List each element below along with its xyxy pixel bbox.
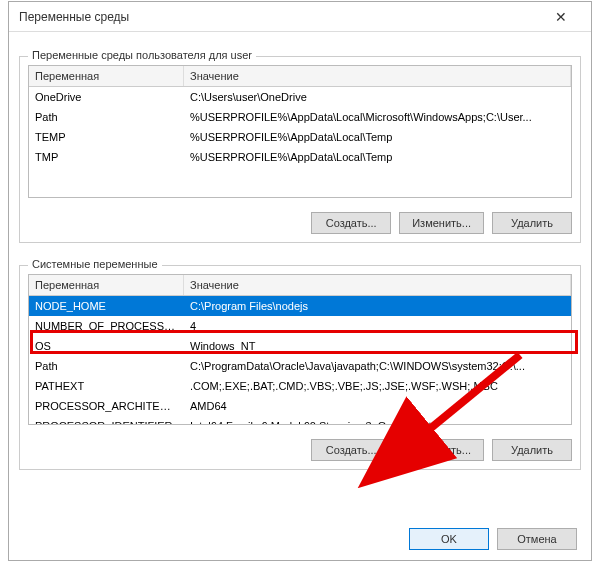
user-delete-button[interactable]: Удалить	[492, 212, 572, 234]
table-row[interactable]: Path C:\ProgramData\Oracle\Java\javapath…	[29, 356, 571, 376]
table-row[interactable]: Path %USERPROFILE%\AppData\Local\Microso…	[29, 107, 571, 127]
table-row[interactable]: PATHEXT .COM;.EXE;.BAT;.CMD;.VBS;.VBE;.J…	[29, 376, 571, 396]
system-vars-group: Системные переменные Переменная Значение…	[19, 265, 581, 470]
table-header: Переменная Значение	[29, 66, 571, 87]
user-edit-button[interactable]: Изменить...	[399, 212, 484, 234]
col-header-value[interactable]: Значение	[184, 275, 571, 295]
env-vars-dialog: Переменные среды ✕ Переменные среды поль…	[8, 1, 592, 561]
user-vars-group: Переменные среды пользователя для user П…	[19, 56, 581, 243]
table-row[interactable]: PROCESSOR_IDENTIFIER Intel64 Family 6 Mo…	[29, 416, 571, 424]
system-edit-button[interactable]: Изменить...	[399, 439, 484, 461]
system-create-button[interactable]: Создать...	[311, 439, 391, 461]
titlebar: Переменные среды ✕	[9, 2, 591, 32]
cancel-button[interactable]: Отмена	[497, 528, 577, 550]
window-title: Переменные среды	[19, 10, 129, 24]
table-row[interactable]: NODE_HOME C:\Program Files\nodejs	[29, 296, 571, 316]
table-row[interactable]: PROCESSOR_ARCHITECTURE AMD64	[29, 396, 571, 416]
col-header-name[interactable]: Переменная	[29, 66, 184, 86]
user-vars-table[interactable]: Переменная Значение OneDrive C:\Users\us…	[28, 65, 572, 198]
table-row[interactable]: TMP %USERPROFILE%\AppData\Local\Temp	[29, 147, 571, 167]
system-delete-button[interactable]: Удалить	[492, 439, 572, 461]
table-row[interactable]: OneDrive C:\Users\user\OneDrive	[29, 87, 571, 107]
col-header-value[interactable]: Значение	[184, 66, 571, 86]
user-create-button[interactable]: Создать...	[311, 212, 391, 234]
table-row[interactable]: OS Windows_NT	[29, 336, 571, 356]
system-vars-table[interactable]: Переменная Значение NODE_HOME C:\Program…	[28, 274, 572, 425]
table-row[interactable]: TEMP %USERPROFILE%\AppData\Local\Temp	[29, 127, 571, 147]
close-icon[interactable]: ✕	[541, 3, 581, 31]
user-vars-title: Переменные среды пользователя для user	[28, 49, 256, 61]
ok-button[interactable]: OK	[409, 528, 489, 550]
col-header-name[interactable]: Переменная	[29, 275, 184, 295]
table-header: Переменная Значение	[29, 275, 571, 296]
system-vars-title: Системные переменные	[28, 258, 162, 270]
table-row[interactable]: NUMBER_OF_PROCESSORS 4	[29, 316, 571, 336]
